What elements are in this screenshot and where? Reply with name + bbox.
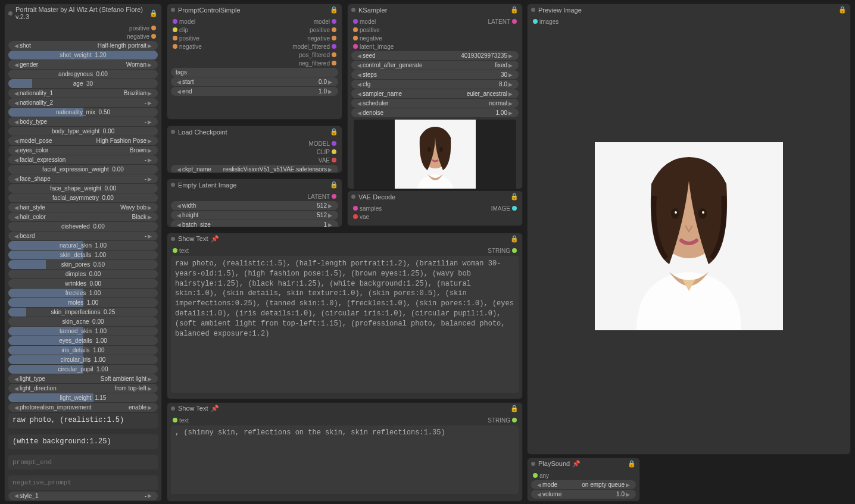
chevron-left-icon[interactable]: ◀ bbox=[13, 100, 20, 106]
chevron-right-icon[interactable]: ▶ bbox=[146, 157, 153, 163]
output-negative[interactable] bbox=[332, 36, 336, 40]
input-latent[interactable] bbox=[353, 44, 358, 49]
chevron-right-icon[interactable]: ▶ bbox=[146, 62, 153, 68]
facial_expression-widget[interactable]: ◀facial_expression-▶ bbox=[8, 155, 158, 164]
node-header[interactable]: Show Text📌🔒 bbox=[167, 403, 522, 414]
show-text-content[interactable]: raw photo, (realistic:1.5), (half-length… bbox=[171, 256, 519, 393]
body_type-widget[interactable]: ◀body_type-▶ bbox=[8, 117, 158, 126]
lock-icon[interactable]: 🔒 bbox=[510, 235, 519, 243]
node-playsound[interactable]: PlaySound📌🔒 any ◀modeon empty queue▶ ◀vo… bbox=[527, 458, 640, 502]
lock-icon[interactable]: 🔒 bbox=[330, 6, 338, 14]
input-vae[interactable] bbox=[353, 214, 358, 219]
ckpt-widget[interactable]: ◀ckpt_namerealisticVisionV51_v51VAE.safe… bbox=[171, 165, 338, 173]
nationality_1-widget[interactable]: ◀nationality_1Brazilian▶ bbox=[8, 89, 158, 98]
photorealism_improvement-widget[interactable]: ◀photorealism_improvementenable▶ bbox=[8, 403, 158, 412]
input-images[interactable] bbox=[533, 19, 538, 24]
light_direction-widget[interactable]: ◀light_directionfrom top-left▶ bbox=[8, 384, 158, 393]
node-vae-decode[interactable]: VAE Decode🔒 samplesIMAGE vae bbox=[347, 190, 523, 226]
node-header[interactable]: Show Text📌🔒 bbox=[167, 233, 522, 245]
face_shape-widget[interactable]: ◀face_shape-▶ bbox=[8, 174, 158, 183]
circular_pupil-widget[interactable]: circular_pupil 1.00 bbox=[8, 365, 158, 374]
node-show-text-1[interactable]: Show Text📌🔒 textSTRING raw photo, (reali… bbox=[167, 233, 523, 399]
collapse-icon[interactable] bbox=[531, 8, 535, 12]
input-any[interactable] bbox=[533, 473, 538, 478]
chevron-right-icon[interactable]: ▶ bbox=[146, 493, 153, 499]
collapse-icon[interactable] bbox=[171, 130, 175, 134]
light_weight-widget[interactable]: light_weight 1.15 bbox=[8, 393, 158, 402]
chevron-right-icon[interactable]: ▶ bbox=[146, 405, 153, 411]
node-show-text-2[interactable]: Show Text📌🔒 textSTRING , (shinny skin, r… bbox=[167, 402, 523, 502]
node-load-checkpoint[interactable]: Load Checkpoint🔒 MODEL CLIP VAE ◀ckpt_na… bbox=[167, 126, 342, 173]
lock-icon[interactable]: 🔒 bbox=[628, 460, 636, 468]
lock-icon[interactable]: 🔒 bbox=[510, 405, 519, 412]
chevron-right-icon[interactable]: ▶ bbox=[146, 119, 153, 125]
chevron-right-icon[interactable]: ▶ bbox=[146, 214, 153, 220]
sampler-widget[interactable]: ◀sampler_nameeuler_ancestral▶ bbox=[351, 89, 519, 98]
output-pos-filtered[interactable] bbox=[332, 52, 336, 57]
chevron-left-icon[interactable]: ◀ bbox=[13, 214, 20, 220]
eyes_color-widget[interactable]: ◀eyes_colorBrown▶ bbox=[8, 146, 158, 155]
control-widget[interactable]: ◀control_after_generatefixed▶ bbox=[351, 61, 519, 70]
output-model[interactable] bbox=[332, 19, 336, 24]
tags-widget[interactable]: tags bbox=[171, 68, 338, 77]
steps-widget[interactable]: ◀steps30▶ bbox=[351, 70, 519, 79]
shot-widget[interactable]: ◀shotHalf-length portrait▶ bbox=[8, 41, 158, 50]
lock-icon[interactable]: 🔒 bbox=[149, 10, 158, 17]
chevron-left-icon[interactable]: ◀ bbox=[13, 157, 20, 163]
tanned_skin-widget[interactable]: tanned_skin 1.00 bbox=[8, 327, 158, 336]
width-widget[interactable]: ◀width512▶ bbox=[171, 201, 338, 210]
eyes_details-widget[interactable]: eyes_details 1.00 bbox=[8, 336, 158, 345]
chevron-left-icon[interactable]: ◀ bbox=[13, 90, 20, 96]
facial_asymmetry-widget[interactable]: facial_asymmetry 0.00 bbox=[8, 193, 158, 202]
skin_pores-widget[interactable]: skin_pores 0.50 bbox=[8, 260, 158, 269]
chevron-right-icon[interactable]: ▶ bbox=[146, 43, 153, 49]
node-header[interactable]: Preview Image🔒 bbox=[528, 4, 850, 15]
batch-widget[interactable]: ◀batch_size1▶ bbox=[171, 220, 338, 227]
chevron-right-icon[interactable]: ▶ bbox=[146, 233, 153, 239]
output-model[interactable] bbox=[332, 141, 336, 146]
lock-icon[interactable]: 🔒 bbox=[330, 128, 338, 136]
gender-widget[interactable]: ◀genderWoman▶ bbox=[8, 60, 158, 69]
collapse-icon[interactable] bbox=[171, 406, 175, 411]
beard-widget[interactable]: ◀beard-▶ bbox=[8, 231, 158, 240]
style_1_weight-widget[interactable]: style_1_weight 1.50 bbox=[8, 501, 158, 502]
end-widget[interactable]: ◀end1.0▶ bbox=[171, 87, 338, 96]
shot_weight-widget[interactable]: shot_weight 1.20 bbox=[8, 51, 158, 60]
output-model-filtered[interactable] bbox=[332, 44, 336, 49]
body_type_weight-widget[interactable]: body_type_weight 0.00 bbox=[8, 127, 158, 136]
style_1-widget[interactable]: ◀style_1-▶ bbox=[8, 492, 158, 500]
hair_style-widget[interactable]: ◀hair_styleWavy bob▶ bbox=[8, 203, 158, 212]
denoise-widget[interactable]: ◀denoise1.00▶ bbox=[351, 108, 519, 117]
lock-icon[interactable]: 🔒 bbox=[510, 6, 519, 14]
chevron-left-icon[interactable]: ◀ bbox=[13, 493, 20, 499]
chevron-right-icon[interactable]: ▶ bbox=[146, 148, 153, 154]
face_shape_weight-widget[interactable]: face_shape_weight 0.00 bbox=[8, 184, 158, 193]
chevron-right-icon[interactable]: ▶ bbox=[146, 176, 153, 182]
output-positive[interactable] bbox=[332, 27, 336, 32]
chevron-left-icon[interactable]: ◀ bbox=[13, 405, 20, 411]
seed-widget[interactable]: ◀seed40193029973235▶ bbox=[351, 51, 519, 60]
age-widget[interactable]: age 30 bbox=[8, 79, 158, 88]
iris_details-widget[interactable]: iris_details 1.00 bbox=[8, 346, 158, 355]
collapse-icon[interactable] bbox=[171, 8, 175, 12]
node-header[interactable]: Load Checkpoint🔒 bbox=[167, 126, 342, 137]
node-header[interactable]: PromptControlSimple🔒 bbox=[167, 4, 342, 15]
output-string[interactable] bbox=[512, 248, 517, 253]
prompt-end[interactable]: prompt_end bbox=[8, 455, 158, 469]
chevron-right-icon[interactable]: ▶ bbox=[146, 100, 153, 106]
collapse-icon[interactable] bbox=[351, 195, 355, 199]
node-header[interactable]: Empty Latent Image🔒 bbox=[167, 179, 342, 190]
chevron-right-icon[interactable]: ▶ bbox=[146, 205, 153, 211]
node-preview-image[interactable]: Preview Image🔒 images bbox=[527, 4, 851, 455]
chevron-left-icon[interactable]: ◀ bbox=[13, 148, 20, 154]
chevron-left-icon[interactable]: ◀ bbox=[13, 138, 20, 144]
circular_iris-widget[interactable]: circular_iris 1.00 bbox=[8, 355, 158, 364]
output-string[interactable] bbox=[512, 418, 517, 422]
node-empty-latent[interactable]: Empty Latent Image🔒 LATENT ◀width512▶ ◀h… bbox=[167, 179, 342, 227]
wrinkles-widget[interactable]: wrinkles 0.00 bbox=[8, 279, 158, 288]
collapse-icon[interactable] bbox=[8, 11, 13, 15]
output-vae[interactable] bbox=[332, 158, 336, 162]
collapse-icon[interactable] bbox=[531, 462, 535, 466]
androgynous-widget[interactable]: androgynous 0.00 bbox=[8, 70, 158, 79]
nationality_2-widget[interactable]: ◀nationality_2-▶ bbox=[8, 98, 158, 107]
